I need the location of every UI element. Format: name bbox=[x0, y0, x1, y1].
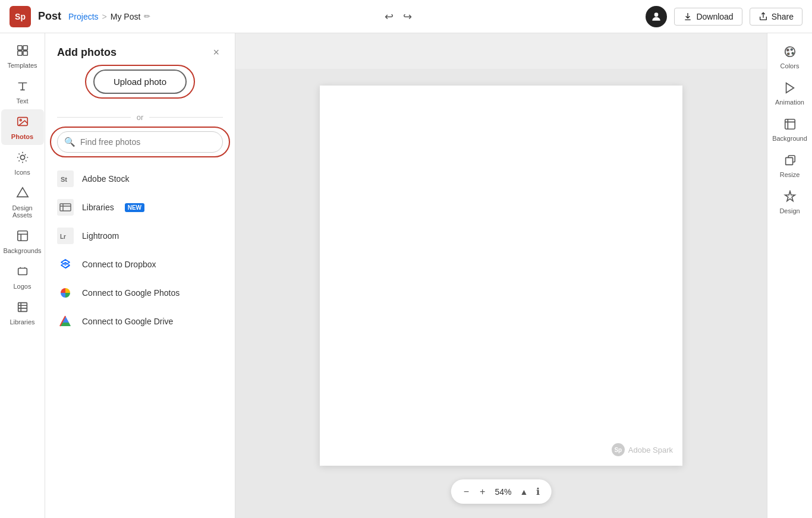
lightroom-icon: Lr bbox=[57, 228, 74, 244]
svg-rect-12 bbox=[18, 303, 27, 312]
watermark-text: Adobe Spark bbox=[628, 446, 673, 454]
panel-header: Add photos × bbox=[45, 33, 235, 70]
avatar[interactable] bbox=[646, 6, 667, 27]
right-sidebar-item-background[interactable]: Background bbox=[769, 110, 811, 147]
edit-title-icon[interactable]: ✏ bbox=[144, 12, 150, 21]
svg-rect-15 bbox=[57, 199, 74, 216]
upload-section: Upload photo bbox=[45, 70, 235, 103]
photos-panel: Add photos × Upload photo or 🔍 St bbox=[45, 33, 235, 518]
logos-icon bbox=[16, 265, 29, 280]
close-panel-button[interactable]: × bbox=[209, 45, 223, 60]
source-item-adobe-stock[interactable]: St Adobe Stock bbox=[50, 165, 230, 193]
libraries-icon bbox=[16, 301, 29, 316]
source-item-lightroom[interactable]: Lr Lightroom bbox=[50, 222, 230, 250]
svg-rect-25 bbox=[785, 157, 792, 165]
sidebar-item-design-assets[interactable]: Design Assets bbox=[1, 181, 44, 223]
sidebar-item-label: Libraries bbox=[10, 318, 34, 326]
sidebar-item-photos[interactable]: Photos bbox=[1, 109, 44, 145]
sidebar-item-backgrounds[interactable]: Backgrounds bbox=[1, 223, 44, 259]
upload-btn-wrapper: Upload photo bbox=[93, 70, 187, 94]
svg-rect-11 bbox=[18, 269, 27, 275]
upload-photo-button[interactable]: Upload photo bbox=[93, 70, 187, 94]
sidebar-item-label: Photos bbox=[11, 133, 33, 140]
sidebar-item-templates[interactable]: Templates bbox=[1, 38, 44, 74]
source-item-libraries[interactable]: Libraries NEW bbox=[50, 193, 230, 222]
panel-title: Add photos bbox=[57, 46, 117, 59]
share-button[interactable]: Share bbox=[750, 8, 802, 26]
download-label: Download bbox=[696, 12, 733, 21]
design-assets-icon bbox=[16, 187, 29, 202]
svg-point-8 bbox=[20, 155, 24, 159]
photos-icon bbox=[16, 115, 29, 131]
download-button[interactable]: Download bbox=[674, 8, 742, 26]
right-sidebar-item-label: Resize bbox=[780, 171, 800, 178]
zoom-chevron-button[interactable]: ▲ bbox=[517, 484, 531, 500]
main-layout: Templates Text Photos Icons Design Asset bbox=[0, 33, 812, 518]
left-sidebar: Templates Text Photos Icons Design Asset bbox=[0, 33, 45, 518]
backgrounds-icon bbox=[16, 229, 29, 245]
zoom-info-button[interactable]: ℹ bbox=[533, 483, 543, 500]
search-icon: 🔍 bbox=[64, 137, 75, 147]
sidebar-item-icons[interactable]: Icons bbox=[1, 145, 44, 181]
source-label: Connect to Google Photos bbox=[82, 288, 180, 298]
svg-text:St: St bbox=[61, 176, 67, 183]
colors-icon bbox=[783, 45, 797, 60]
animation-icon bbox=[783, 81, 797, 96]
sidebar-item-libraries[interactable]: Libraries bbox=[1, 295, 44, 330]
sidebar-item-logos[interactable]: Logos bbox=[1, 259, 44, 295]
source-label: Connect to Google Drive bbox=[82, 317, 173, 326]
source-item-google-photos[interactable]: Connect to Google Photos bbox=[50, 279, 230, 307]
source-label: Adobe Stock bbox=[82, 174, 129, 184]
right-sidebar-item-label: Background bbox=[772, 135, 807, 142]
google-drive-icon bbox=[57, 313, 74, 330]
right-sidebar-item-label: Design bbox=[779, 207, 800, 214]
svg-point-7 bbox=[20, 119, 21, 121]
breadcrumb-sep: > bbox=[102, 12, 107, 21]
right-sidebar-item-label: Animation bbox=[775, 99, 804, 106]
svg-rect-2 bbox=[17, 46, 21, 50]
background-icon bbox=[783, 118, 797, 132]
zoom-in-button[interactable]: + bbox=[476, 484, 489, 500]
right-sidebar-item-animation[interactable]: Animation bbox=[769, 74, 811, 110]
breadcrumb-projects[interactable]: Projects bbox=[68, 12, 99, 21]
svg-marker-9 bbox=[17, 188, 27, 197]
resize-icon bbox=[783, 154, 797, 169]
right-sidebar-item-design[interactable]: Design bbox=[769, 183, 811, 219]
right-sidebar-item-resize[interactable]: Resize bbox=[769, 147, 811, 183]
sidebar-item-label: Templates bbox=[7, 62, 37, 69]
sidebar-item-label: Logos bbox=[14, 283, 32, 290]
zoom-percentage: 54% bbox=[492, 487, 514, 497]
search-input[interactable] bbox=[57, 131, 223, 153]
sidebar-item-label: Text bbox=[16, 97, 28, 105]
undo-redo-controls: ↩ ↪ bbox=[381, 8, 416, 26]
source-item-dropbox[interactable]: Connect to Dropbox bbox=[50, 250, 230, 279]
search-row: 🔍 bbox=[57, 131, 223, 153]
sidebar-item-label: Backgrounds bbox=[3, 247, 41, 254]
breadcrumb: Projects > My Post ✏ bbox=[68, 12, 150, 21]
dropbox-icon bbox=[57, 256, 74, 273]
libraries-source-icon bbox=[57, 199, 74, 216]
new-badge: NEW bbox=[125, 203, 144, 212]
sidebar-item-label: Design Assets bbox=[4, 204, 42, 219]
source-label: Connect to Dropbox bbox=[82, 260, 156, 269]
watermark-logo: Sp bbox=[612, 443, 625, 456]
svg-point-21 bbox=[791, 49, 792, 50]
svg-point-20 bbox=[786, 49, 788, 51]
share-label: Share bbox=[772, 12, 794, 21]
svg-point-0 bbox=[654, 12, 659, 17]
source-item-google-drive[interactable]: Connect to Google Drive bbox=[50, 307, 230, 336]
sidebar-item-text[interactable]: Text bbox=[1, 74, 44, 109]
app-name: Post bbox=[38, 10, 61, 23]
redo-button[interactable]: ↪ bbox=[399, 8, 416, 26]
svg-text:Lr: Lr bbox=[60, 233, 66, 240]
right-sidebar-item-colors[interactable]: Colors bbox=[769, 38, 811, 74]
svg-rect-10 bbox=[17, 231, 27, 241]
source-list: St Adobe Stock Libraries NEW Lr Lightroo… bbox=[45, 165, 235, 348]
undo-button[interactable]: ↩ bbox=[381, 8, 397, 26]
svg-rect-24 bbox=[785, 119, 795, 130]
svg-rect-4 bbox=[17, 51, 21, 55]
icons-icon bbox=[16, 151, 29, 166]
topbar: Sp Post Projects > My Post ✏ ↩ ↪ Downloa… bbox=[0, 0, 812, 33]
canvas[interactable]: Sp Adobe Spark bbox=[320, 86, 682, 466]
zoom-out-button[interactable]: − bbox=[459, 484, 473, 500]
